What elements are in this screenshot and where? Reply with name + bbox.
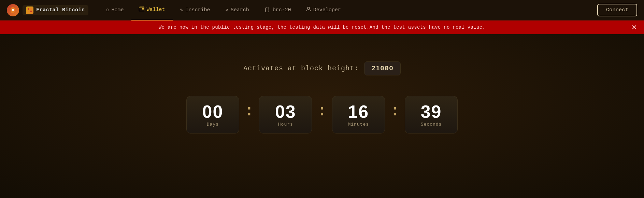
alert-message: We are now in the public testing stage, … [159, 25, 485, 30]
countdown-days-box: 00 Days [186, 96, 239, 133]
alert-banner: We are now in the public testing stage, … [0, 20, 644, 34]
countdown-seconds-label: Seconds [421, 122, 442, 127]
separator-3: : [385, 104, 405, 119]
main-content: Activates at block height: 21000 00 Days… [0, 34, 644, 133]
svg-rect-3 [30, 11, 32, 12]
svg-rect-2 [28, 11, 29, 12]
countdown-timer: 00 Days : 03 Hours : 16 Minutes : 39 Se [186, 96, 458, 133]
wallet-icon [139, 6, 144, 13]
brand-badge-icon [26, 6, 33, 14]
countdown-hours-label: Hours [278, 122, 293, 127]
nav-item-inscribe-label: Inscribe [186, 7, 210, 13]
countdown-minutes-box: 16 Minutes [332, 96, 385, 133]
countdown-seconds-value: 39 [421, 103, 442, 121]
nav-item-inscribe[interactable]: ✎ Inscribe [173, 0, 218, 20]
nav-item-wallet-label: Wallet [147, 7, 165, 13]
countdown-minutes-value: 16 [348, 103, 369, 121]
activation-info: Activates at block height: 21000 [243, 61, 401, 75]
svg-rect-0 [28, 8, 29, 10]
countdown-hours: 03 Hours [259, 96, 312, 133]
countdown-hours-value: 03 [275, 103, 296, 121]
search-icon: ⌕ [225, 7, 228, 13]
countdown-days: 00 Days [186, 96, 239, 133]
nav-item-search-label: Search [231, 7, 249, 13]
nav-links: ⌂ Home Wallet ✎ Inscribe ⌕ Search {} brc… [99, 0, 597, 20]
inscribe-icon: ✎ [180, 7, 183, 13]
navbar: Fractal Bitcoin ⌂ Home Wallet ✎ Inscribe… [0, 0, 644, 20]
connect-button[interactable]: Connect [597, 4, 637, 16]
countdown-days-value: 00 [202, 103, 223, 121]
developer-icon [306, 7, 311, 13]
nav-item-home-label: Home [112, 7, 124, 13]
nav-item-home[interactable]: ⌂ Home [99, 0, 131, 20]
separator-2: : [312, 104, 332, 119]
nav-item-wallet[interactable]: Wallet [131, 0, 173, 20]
logo-area: Fractal Bitcoin [7, 4, 88, 16]
logo-icon [7, 4, 19, 16]
nav-item-brc20[interactable]: {} brc-20 [257, 0, 299, 20]
nav-item-search[interactable]: ⌕ Search [218, 0, 257, 20]
svg-point-6 [307, 7, 310, 9]
home-icon: ⌂ [106, 7, 109, 13]
block-height-badge: 21000 [364, 61, 401, 75]
countdown-minutes: 16 Minutes [332, 96, 385, 133]
alert-close-button[interactable]: ✕ [631, 24, 637, 31]
countdown-seconds-box: 39 Seconds [405, 96, 458, 133]
svg-rect-1 [30, 8, 32, 10]
activation-label: Activates at block height: [243, 65, 359, 72]
countdown-hours-box: 03 Hours [259, 96, 312, 133]
brc20-icon: {} [264, 7, 270, 13]
countdown-seconds: 39 Seconds [405, 96, 458, 133]
nav-item-brc20-label: brc-20 [273, 7, 291, 13]
brand-badge: Fractal Bitcoin [23, 5, 88, 15]
countdown-days-label: Days [207, 122, 219, 127]
separator-1: : [239, 104, 259, 119]
nav-item-developer-label: Developer [313, 7, 341, 13]
brand-name: Fractal Bitcoin [36, 7, 85, 13]
svg-rect-5 [142, 8, 144, 10]
nav-item-developer[interactable]: Developer [299, 0, 348, 20]
countdown-minutes-label: Minutes [348, 122, 369, 127]
